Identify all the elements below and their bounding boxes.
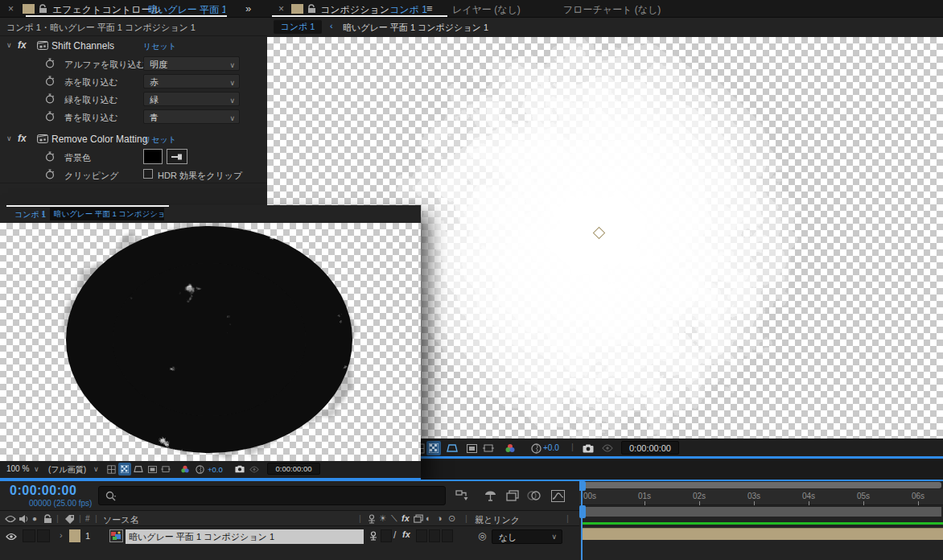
tab-layer[interactable]: レイヤー (なし) [452, 3, 521, 17]
channels-button[interactable] [503, 441, 517, 455]
draft-3d-button[interactable] [481, 488, 499, 504]
resolution-select[interactable]: (フル画質) [48, 464, 86, 476]
layer-quality-icon[interactable] [369, 531, 378, 541]
show-snapshot-button[interactable] [600, 441, 615, 455]
panel-overflow-icon[interactable]: » [245, 2, 251, 14]
transparency-grid-button[interactable] [118, 463, 131, 476]
takeblue-dropdown[interactable]: 青 ∨ [143, 109, 240, 124]
layer-duration-bar[interactable] [582, 528, 943, 540]
threed-column-icon[interactable]: ⊙ [448, 513, 455, 524]
breadcrumb-current[interactable]: 暗いグレー 平面 1 コンポジション 1 [343, 22, 488, 34]
exposure-value[interactable]: +0.0 [208, 465, 223, 474]
pixel-aspect-button[interactable] [481, 441, 496, 455]
channels-button[interactable] [179, 463, 191, 476]
collapse-chevron-icon[interactable]: ∨ [6, 41, 12, 49]
source-name-column-label[interactable]: ソース名 [103, 514, 139, 526]
layer-fx-icon[interactable]: fx [402, 529, 410, 539]
stopwatch-icon[interactable] [45, 169, 55, 179]
zoom-select[interactable]: 100 % [6, 464, 29, 473]
layer-solo-cell[interactable] [37, 529, 50, 542]
background-color-swatch[interactable] [143, 149, 163, 164]
layer-switch-cell[interactable] [416, 529, 427, 542]
video-column-icon[interactable] [5, 515, 16, 523]
layer-video-eye-icon[interactable] [6, 533, 17, 541]
stopwatch-icon[interactable] [45, 76, 55, 86]
breadcrumb-current-box[interactable]: 暗いグレー 平面 1 コンポジション 1 [50, 208, 164, 220]
snapshot-button[interactable] [233, 463, 246, 476]
stopwatch-icon[interactable] [45, 111, 55, 121]
parent-dropdown[interactable]: なし ∨ [492, 529, 562, 544]
timeline-search-input[interactable] [98, 486, 446, 505]
time-navigator-bar[interactable] [583, 482, 941, 488]
layer-draft-icon[interactable]: / [393, 529, 396, 541]
stopwatch-icon[interactable] [45, 58, 55, 68]
fx-badge-icon[interactable]: fx [18, 133, 27, 144]
region-of-interest-button[interactable] [464, 441, 479, 455]
tab-flowchart[interactable]: フローチャート (なし) [563, 3, 661, 17]
layer-name-plate[interactable]: 暗いグレー 平面 1 コンポジション 1 [126, 529, 364, 544]
takealpha-dropdown[interactable]: 明度 ∨ [143, 56, 240, 71]
frame-blend-column-icon[interactable] [414, 514, 423, 524]
label-color-swatch[interactable] [291, 4, 303, 14]
exposure-button[interactable] [193, 463, 206, 476]
pixel-aspect-button[interactable] [159, 463, 172, 476]
grid-guides-button[interactable] [105, 463, 117, 476]
comp-timecode[interactable]: 0:00:00:00 [621, 441, 679, 455]
effect-name[interactable]: Shift Channels [51, 40, 114, 51]
exposure-value[interactable]: +0.0 [543, 443, 559, 452]
snapshot-button[interactable] [581, 441, 595, 455]
close-icon[interactable]: × [8, 3, 14, 14]
layer-switch-cell[interactable] [442, 529, 453, 542]
playhead-handle[interactable] [579, 481, 586, 491]
work-area-bar[interactable] [583, 507, 941, 517]
show-snapshot-button[interactable] [248, 463, 261, 476]
stopwatch-icon[interactable] [45, 93, 55, 104]
graph-editor-button[interactable] [549, 488, 566, 504]
motion-blur-button[interactable] [525, 488, 543, 504]
panel-menu-icon[interactable]: ≡ [426, 2, 433, 14]
takegreen-dropdown[interactable]: 緑 ∨ [143, 92, 240, 106]
layer-row[interactable]: › 1 暗いグレー 平面 1 コンポジション 1 / fx ◎ なし ∨ [0, 528, 579, 546]
parent-pickwhip-icon[interactable]: ◎ [478, 530, 486, 541]
time-ruler[interactable]: 00s 01s 02s 03s 04s 05s 06s [579, 489, 943, 505]
layer-label-swatch[interactable] [69, 529, 80, 542]
audio-column-icon[interactable] [19, 514, 28, 524]
current-time-display[interactable]: 0:00:00:00 [10, 484, 76, 498]
draft-column-icon[interactable]: ⟍ [391, 513, 397, 524]
playhead-line[interactable] [581, 481, 583, 560]
adjustment-column-icon[interactable]: ◑ [437, 513, 443, 523]
quality-column-icon[interactable] [367, 514, 377, 524]
blend-column-icon[interactable]: ☀ [379, 513, 387, 524]
index-column-label[interactable]: # [85, 514, 90, 523]
mask-visibility-button[interactable] [445, 441, 459, 455]
parent-link-column-label[interactable]: 親とリンク [475, 514, 520, 526]
fx-badge-icon[interactable]: fx [18, 39, 27, 51]
exposure-button[interactable] [529, 441, 543, 455]
hdr-clip-checkbox[interactable] [143, 169, 153, 179]
solo-column-icon[interactable]: ● [32, 514, 37, 523]
breadcrumb-comp[interactable]: コンポ 1 [274, 20, 322, 34]
collapse-chevron-icon[interactable]: ∨ [6, 134, 12, 142]
reset-link[interactable]: リセット [143, 41, 176, 52]
region-of-interest-button[interactable] [146, 463, 159, 476]
comp-mini-flowchart-button[interactable] [454, 488, 472, 504]
frame-blending-button[interactable] [504, 488, 521, 504]
fx-column-icon[interactable]: fx [401, 513, 410, 523]
effect-name[interactable]: Remove Color Matting [51, 134, 147, 145]
layer-audio-cell[interactable] [23, 529, 35, 542]
lock-icon[interactable] [307, 4, 316, 14]
lock-column-icon[interactable] [43, 514, 52, 524]
mask-visibility-button[interactable] [132, 463, 145, 476]
label-column-icon[interactable] [64, 514, 75, 524]
layer-switch-cell[interactable] [429, 529, 440, 542]
timeline-track-area[interactable]: 00s 01s 02s 03s 04s 05s 06s [579, 481, 943, 560]
stopwatch-icon[interactable] [45, 151, 55, 162]
float-viewer-image[interactable] [0, 223, 421, 461]
takered-dropdown[interactable]: 赤 ∨ [143, 74, 240, 89]
motionblur-column-icon[interactable]: ◐ [426, 513, 431, 523]
layer-blend-cell[interactable] [381, 529, 392, 542]
transparency-grid-button[interactable] [426, 441, 441, 455]
close-icon[interactable]: × [278, 3, 284, 14]
label-color-swatch[interactable] [23, 4, 35, 14]
breadcrumb-back-icon[interactable]: ‹ [330, 21, 333, 31]
